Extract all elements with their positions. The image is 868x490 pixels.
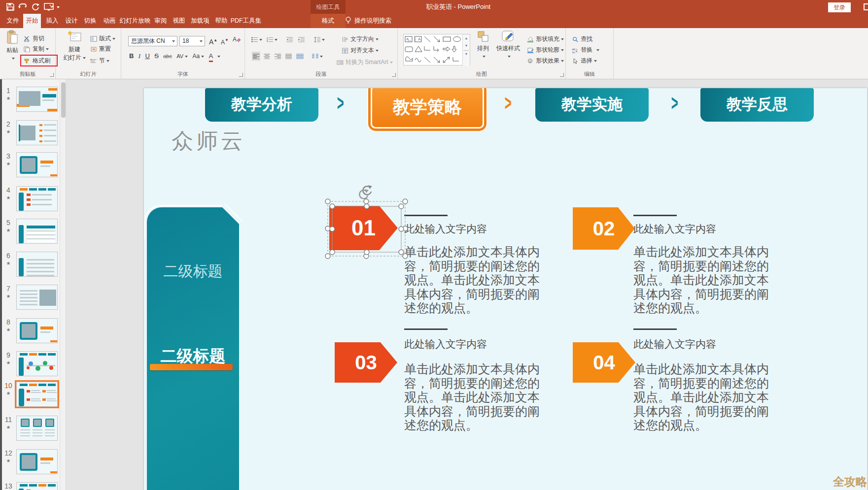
- shape-fill-button[interactable]: 形状填充: [527, 34, 564, 43]
- section-button[interactable]: 节: [90, 56, 109, 65]
- item-01-body[interactable]: 单击此处添加文本具体内容，简明扼要的阐述您的观点。单击此处添加文本具体内容，简明…: [404, 245, 543, 315]
- slide-thumbnail[interactable]: [16, 219, 58, 244]
- item-02-heading[interactable]: 此处输入文字内容: [633, 222, 716, 236]
- slide-nav-tab-1[interactable]: 教学分析: [205, 88, 318, 122]
- font-name-combobox[interactable]: 思源黑体 CN: [128, 36, 177, 46]
- thumbnail-scrollbar[interactable]: [60, 79, 66, 490]
- tell-me-search[interactable]: 操作说明搜索: [345, 14, 391, 28]
- quick-styles-button[interactable]: 快速样式: [493, 30, 523, 60]
- thumbnail-scrollbar-thumb[interactable]: [61, 82, 66, 118]
- slide-thumbnail[interactable]: [16, 285, 58, 310]
- change-case-button[interactable]: Aa: [192, 52, 204, 61]
- drawing-dialog-launcher[interactable]: [560, 73, 564, 77]
- item-04-body[interactable]: 单击此处添加文本具体内容，简明扼要的阐述您的观点。单击此处添加文本具体内容，简明…: [633, 362, 772, 432]
- redo-icon[interactable]: [32, 2, 40, 11]
- slide-thumbnail-row[interactable]: 3★: [2, 152, 60, 181]
- tab-help[interactable]: 帮助: [212, 14, 231, 28]
- tab-review[interactable]: 审阅: [151, 14, 170, 28]
- item-02-body[interactable]: 单击此处添加文本具体内容，简明扼要的阐述您的观点。单击此处添加文本具体内容，简明…: [633, 245, 772, 315]
- item-01-badge[interactable]: 01: [329, 206, 398, 250]
- tab-file[interactable]: 文件: [3, 14, 23, 28]
- slide-thumbnail[interactable]: [16, 416, 58, 441]
- align-right-button[interactable]: [275, 52, 281, 61]
- replace-button[interactable]: abac替换: [572, 45, 599, 54]
- select-button[interactable]: 选择: [572, 56, 597, 65]
- numbering-button[interactable]: 123: [267, 35, 278, 44]
- slideshow-icon[interactable]: [43, 2, 54, 11]
- slide-nav-tab-3[interactable]: 教学实施: [535, 88, 649, 122]
- item-03-badge[interactable]: 03: [335, 342, 397, 383]
- login-button[interactable]: 登录: [828, 2, 851, 12]
- slide-thumbnail-row[interactable]: 5★: [2, 219, 60, 247]
- slide-thumbnail-row[interactable]: 12★: [2, 449, 60, 478]
- tab-view[interactable]: 视图: [170, 14, 188, 28]
- convert-smartart-button[interactable]: 转换为 SmartArt: [337, 58, 393, 66]
- abc-button[interactable]: abc: [163, 52, 172, 61]
- distribute-button[interactable]: [296, 52, 304, 61]
- shapes-gallery-scroll[interactable]: ▲ ▼ ▼: [462, 34, 470, 66]
- character-spacing-button[interactable]: AV: [176, 52, 188, 61]
- columns-button[interactable]: [312, 52, 323, 61]
- decrease-indent-button[interactable]: [286, 35, 293, 44]
- font-color-button[interactable]: A: [209, 52, 213, 62]
- strikethrough-button[interactable]: S: [154, 52, 159, 61]
- arrange-button[interactable]: 排列: [474, 30, 492, 60]
- tab-animations[interactable]: 动画: [100, 14, 119, 28]
- slide-nav-tab-2-active[interactable]: 教学策略: [371, 88, 484, 129]
- slide-thumbnail-row[interactable]: 11★: [2, 416, 60, 444]
- slide-thumbnail[interactable]: [16, 252, 58, 277]
- copy-button[interactable]: 复制: [24, 44, 49, 53]
- new-slide-button[interactable]: 新建 幻灯片: [63, 30, 86, 62]
- italic-button[interactable]: I: [139, 52, 140, 61]
- tab-slideshow[interactable]: 幻灯片放映: [118, 14, 152, 28]
- shape-effects-button[interactable]: 形状效果: [527, 56, 564, 65]
- shrink-font-button[interactable]: A▼: [221, 36, 229, 45]
- slide-thumbnail-row[interactable]: 7★: [2, 285, 60, 313]
- bold-button[interactable]: B: [129, 52, 134, 61]
- item-03-body[interactable]: 单击此处添加文本具体内容，简明扼要的阐述您的观点。单击此处添加文本具体内容，简明…: [404, 362, 543, 432]
- slide-thumbnail-row[interactable]: 1★: [2, 87, 60, 115]
- sidebar-title-inactive[interactable]: 二级标题: [147, 261, 239, 282]
- slide-thumbnail[interactable]: [16, 120, 58, 145]
- slide-thumbnail[interactable]: [16, 318, 58, 343]
- customize-qat-icon[interactable]: [57, 6, 60, 8]
- shapes-gallery[interactable]: A A: [403, 34, 470, 65]
- save-icon[interactable]: [6, 2, 15, 11]
- slide-nav-tab-4[interactable]: 教学反思: [700, 88, 814, 122]
- justify-button[interactable]: [285, 52, 292, 61]
- tab-pdf-tools[interactable]: PDF工具集: [230, 14, 262, 28]
- slide-thumbnail[interactable]: [16, 152, 58, 177]
- item-04-heading[interactable]: 此处输入文字内容: [633, 337, 716, 351]
- align-center-button[interactable]: [264, 52, 270, 61]
- slide-thumbnail[interactable]: [16, 87, 58, 112]
- increase-indent-button[interactable]: [298, 35, 305, 44]
- slide-thumbnail-row[interactable]: 4★: [2, 186, 60, 215]
- tab-insert[interactable]: 插入: [43, 14, 62, 28]
- font-dialog-launcher[interactable]: [239, 73, 243, 77]
- undo-icon[interactable]: [18, 2, 30, 11]
- slide-thumbnail-row[interactable]: 6★: [2, 252, 60, 280]
- slide-thumbnail[interactable]: [16, 351, 58, 376]
- tab-design[interactable]: 设计: [62, 14, 81, 28]
- font-color-caret[interactable]: [217, 56, 220, 58]
- slide-thumbnail-row[interactable]: 2★: [2, 120, 60, 149]
- slide-thumbnail[interactable]: [16, 382, 58, 407]
- tab-format-contextual[interactable]: 格式: [311, 14, 346, 28]
- slide-thumbnail-row[interactable]: 8★: [2, 318, 60, 347]
- item-01-heading[interactable]: 此处输入文字内容: [404, 222, 487, 236]
- align-text-button[interactable]: 对齐文本: [342, 46, 379, 55]
- slide-thumbnail-row[interactable]: 10★: [2, 382, 60, 410]
- text-direction-button[interactable]: A文字方向: [342, 34, 379, 43]
- slide-thumbnail[interactable]: [16, 186, 58, 211]
- tab-transitions[interactable]: 切换: [81, 14, 100, 28]
- paste-button[interactable]: 粘贴: [4, 30, 21, 62]
- shape-outline-button[interactable]: 形状轮廓: [527, 45, 564, 54]
- tab-addins[interactable]: 加载项: [188, 14, 212, 28]
- align-left-button[interactable]: [252, 52, 260, 61]
- item-04-badge[interactable]: 04: [573, 342, 635, 383]
- clipboard-dialog-launcher[interactable]: [50, 73, 54, 77]
- slide-thumbnail-row[interactable]: 9★: [2, 351, 60, 380]
- slide-canvas[interactable]: 教学分析 > 教学策略 > 教学实施 > 教学反思 众师云 全攻略 二级标题 二…: [144, 88, 867, 490]
- line-spacing-button[interactable]: [314, 35, 325, 44]
- font-size-combobox[interactable]: 18: [179, 36, 205, 46]
